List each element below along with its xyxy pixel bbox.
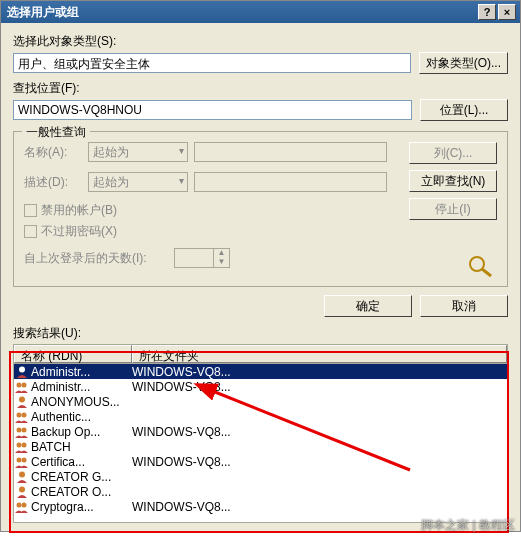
table-row[interactable]: CREATOR G... [14,469,507,484]
cell-name: CREATOR G... [30,470,130,484]
cell-name: Cryptogra... [30,500,130,514]
svg-point-6 [17,412,22,417]
description-label: 描述(D): [24,174,88,191]
checkbox-icon [24,225,37,238]
cell-name: CREATOR O... [30,485,130,499]
cell-folder: WINDOWS-VQ8... [130,500,507,514]
table-row[interactable]: Administr...WINDOWS-VQ8... [14,379,507,394]
object-types-button[interactable]: 对象类型(O)... [419,52,508,74]
cell-folder: WINDOWS-VQ8... [130,380,507,394]
svg-point-14 [19,471,25,477]
name-match-combo[interactable]: 起始为 [88,142,188,162]
cell-folder: WINDOWS-VQ8... [130,425,507,439]
svg-point-7 [22,412,27,417]
user-icon [14,485,30,499]
object-type-label: 选择此对象类型(S): [13,33,508,50]
column-name[interactable]: 名称 (RDN) [14,345,132,363]
cell-name: Certifica... [30,455,130,469]
cancel-button[interactable]: 取消 [420,295,508,317]
svg-point-2 [19,366,25,372]
results-list[interactable]: Administr...WINDOWS-VQ8...Administr...WI… [13,363,508,523]
svg-point-4 [22,382,27,387]
locations-button[interactable]: 位置(L)... [420,99,508,121]
days-since-logon-spinner[interactable]: ▲▼ [174,248,230,268]
svg-point-16 [17,502,22,507]
window-title: 选择用户或组 [5,4,476,21]
svg-point-12 [17,457,22,462]
titlebar[interactable]: 选择用户或组 ? × [1,1,520,23]
name-input[interactable] [194,142,387,162]
common-queries-group: 一般性查询 名称(A): 起始为 描述(D): 起始为 禁用 [13,131,508,287]
disabled-accounts-checkbox[interactable]: 禁用的帐户(B) [24,202,387,219]
cell-name: Administr... [30,365,130,379]
user-icon [14,365,30,379]
find-now-button[interactable]: 立即查找(N) [409,170,497,192]
table-row[interactable]: BATCH [14,439,507,454]
group-icon [14,410,30,424]
user-icon [14,395,30,409]
cell-name: Backup Op... [30,425,130,439]
cell-name: ANONYMOUS... [30,395,130,409]
results-label: 搜索结果(U): [13,325,508,342]
svg-point-0 [470,257,484,271]
common-queries-legend: 一般性查询 [22,124,90,141]
svg-point-5 [19,396,25,402]
svg-point-15 [19,486,25,492]
svg-point-13 [22,457,27,462]
group-icon [14,380,30,394]
spinner-down-icon[interactable]: ▼ [214,258,229,267]
stop-button[interactable]: 停止(I) [409,198,497,220]
help-button[interactable]: ? [478,4,496,20]
group-icon [14,500,30,514]
ok-button[interactable]: 确定 [324,295,412,317]
cell-folder: WINDOWS-VQ8... [130,365,507,379]
svg-point-8 [17,427,22,432]
group-icon [14,440,30,454]
table-row[interactable]: ANONYMOUS... [14,394,507,409]
svg-point-11 [22,442,27,447]
table-row[interactable]: CREATOR O... [14,484,507,499]
cell-name: BATCH [30,440,130,454]
table-row[interactable]: Authentic... [14,409,507,424]
description-match-combo[interactable]: 起始为 [88,172,188,192]
cell-name: Administr... [30,380,130,394]
nonexpiring-password-checkbox[interactable]: 不过期密码(X) [24,223,387,240]
dialog-body: 选择此对象类型(S): 用户、组或内置安全主体 对象类型(O)... 查找位置(… [1,23,520,531]
description-input[interactable] [194,172,387,192]
close-button[interactable]: × [498,4,516,20]
table-row[interactable]: Cryptogra...WINDOWS-VQ8... [14,499,507,514]
user-icon [14,470,30,484]
svg-point-17 [22,502,27,507]
column-folder[interactable]: 所在文件夹 [132,345,507,363]
svg-point-9 [22,427,27,432]
group-icon [14,455,30,469]
checkbox-icon [24,204,37,217]
name-label: 名称(A): [24,144,88,161]
table-row[interactable]: Certifica...WINDOWS-VQ8... [14,454,507,469]
location-label: 查找位置(F): [13,80,508,97]
group-icon [14,425,30,439]
cell-folder: WINDOWS-VQ8... [130,455,507,469]
table-row[interactable]: Backup Op...WINDOWS-VQ8... [14,424,507,439]
disabled-accounts-label: 禁用的帐户(B) [41,202,117,219]
days-since-logon-label: 自上次登录后的天数(I): [24,250,174,267]
location-field[interactable]: WINDOWS-VQ8HNOU [13,100,412,120]
svg-line-1 [482,269,491,276]
cell-name: Authentic... [30,410,130,424]
object-type-field[interactable]: 用户、组或内置安全主体 [13,53,411,73]
table-row[interactable]: Administr...WINDOWS-VQ8... [14,364,507,379]
nonexpiring-password-label: 不过期密码(X) [41,223,117,240]
results-header: 名称 (RDN) 所在文件夹 [13,344,508,363]
svg-point-10 [17,442,22,447]
columns-button[interactable]: 列(C)... [409,142,497,164]
svg-point-3 [17,382,22,387]
dialog-select-user-or-group: 选择用户或组 ? × 选择此对象类型(S): 用户、组或内置安全主体 对象类型(… [0,0,521,532]
search-icon [465,254,497,278]
